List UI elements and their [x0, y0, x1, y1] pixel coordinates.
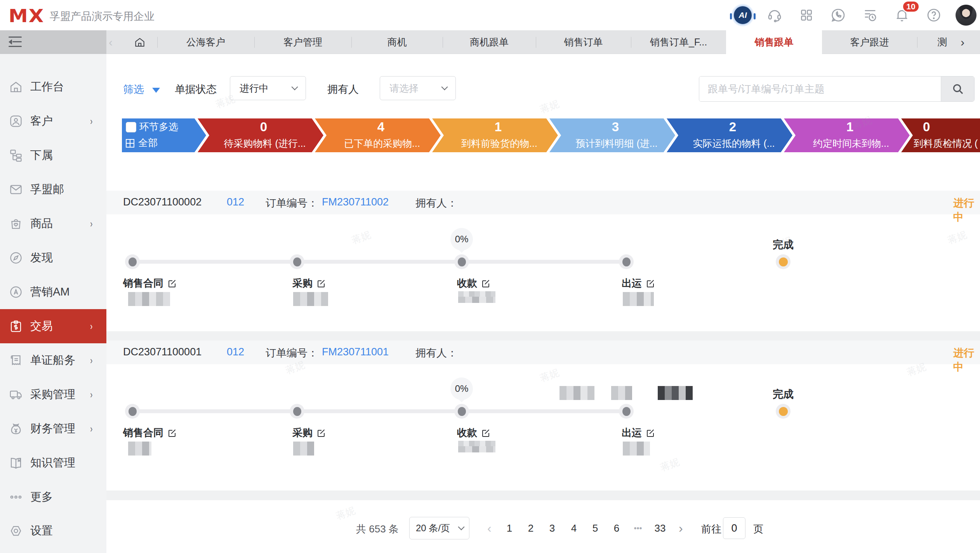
redacted-text	[293, 442, 314, 456]
order-code: DC23071100001	[123, 346, 202, 358]
redacted-text	[623, 292, 654, 306]
sidebar-item-subordinates[interactable]: 下属	[0, 138, 106, 172]
tab-customer-follow[interactable]: 客户跟进	[822, 30, 917, 54]
tab-public-customers[interactable]: 公海客户	[157, 30, 254, 54]
tab-opportunities[interactable]: 商机	[351, 30, 443, 54]
money-bag-icon	[9, 421, 23, 436]
status-select[interactable]: 进行中	[230, 76, 306, 100]
step-node-done[interactable]	[776, 404, 791, 419]
whatsapp-icon[interactable]	[828, 5, 848, 25]
sidebar-item-customers[interactable]: 客户 ›	[0, 104, 106, 138]
step-label-purchase[interactable]: 采购	[292, 426, 326, 440]
order-badge[interactable]: 012	[227, 196, 244, 208]
step-node-shipment[interactable]	[619, 404, 634, 419]
step-label-sales-contract[interactable]: 销售合同	[123, 426, 177, 440]
page-button-last[interactable]: 33	[652, 517, 669, 539]
page-button-2[interactable]: 2	[522, 517, 539, 539]
tabs-scroll-left-icon[interactable]: ‹	[109, 30, 113, 54]
goto-page-input[interactable]	[723, 517, 745, 539]
step-label-payment[interactable]: 收款	[457, 276, 490, 290]
step-label-payment[interactable]: 收款	[457, 426, 490, 440]
next-page-button[interactable]: ›	[679, 517, 683, 539]
notification-badge: 10	[902, 0, 920, 13]
tab-home[interactable]	[122, 30, 157, 54]
page-button-5[interactable]: 5	[587, 517, 604, 539]
watermark: 蒋妮	[334, 504, 357, 522]
tab-opportunity-follow[interactable]: 商机跟单	[443, 30, 536, 54]
help-icon[interactable]	[924, 5, 944, 25]
step-node-purchase[interactable]	[290, 404, 304, 419]
page-button-6[interactable]: 6	[608, 517, 625, 539]
stage-all-row[interactable]: 全部	[126, 136, 178, 149]
stage-overdue-materials[interactable]: 1 约定时间未到物...	[782, 117, 911, 153]
filter-toggle[interactable]: 筛选	[123, 82, 144, 96]
page-button-3[interactable]: 3	[544, 517, 561, 539]
search-input[interactable]	[699, 77, 941, 101]
sidebar-item-mail[interactable]: 孚盟邮	[0, 172, 106, 207]
step-label-sales-contract[interactable]: 销售合同	[123, 276, 177, 290]
step-node-sales-contract[interactable]	[125, 254, 140, 269]
tab-test[interactable]: 测	[917, 30, 968, 54]
stage-actually-arrived[interactable]: 2 实际运抵的物料 (...	[665, 117, 794, 153]
multiselect-checkbox[interactable]	[126, 122, 136, 132]
search-button[interactable]	[941, 77, 974, 101]
stage-multiselect-row[interactable]: 环节多选	[126, 120, 178, 133]
goto-unit-label: 页	[753, 522, 763, 536]
order-no-link[interactable]: FM230711001	[322, 346, 389, 358]
sidebar-item-marketing-am[interactable]: 营销AM	[0, 275, 106, 309]
sidebar-item-products[interactable]: 商品 ›	[0, 207, 106, 241]
edit-icon	[316, 279, 326, 288]
prev-page-button[interactable]: ‹	[487, 517, 492, 539]
sidebar-item-knowledge[interactable]: 知识管理	[0, 446, 106, 480]
page-button-1[interactable]: 1	[501, 517, 518, 539]
task-schedule-icon[interactable]	[860, 5, 880, 25]
tabs-scroll-right-icon[interactable]: ›	[961, 30, 964, 54]
order-no-link[interactable]: FM230711002	[322, 196, 389, 208]
stage-expected-arrival[interactable]: 3 预计到料明细 (进...	[548, 117, 677, 153]
sidebar-collapse-icon[interactable]	[9, 37, 22, 47]
step-node-done[interactable]	[776, 254, 791, 269]
stage-quality-check[interactable]: 0 到料质检情况 (	[900, 117, 980, 153]
step-node-sales-contract[interactable]	[125, 404, 140, 419]
headset-support-icon[interactable]	[765, 5, 785, 25]
sidebar-item-trade[interactable]: 交易 ›	[0, 309, 106, 343]
stage-all[interactable]: 环节多选 全部	[120, 117, 208, 153]
step-node-purchase[interactable]	[290, 254, 304, 269]
step-label-shipment[interactable]: 出运	[622, 426, 655, 440]
tab-customer-mgmt[interactable]: 客户管理	[254, 30, 351, 54]
step-label-purchase[interactable]: 采购	[292, 276, 326, 290]
notification-bell-icon[interactable]: 10	[892, 5, 912, 25]
chevron-right-icon: ›	[90, 423, 93, 435]
sidebar-item-workbench[interactable]: 工作台	[0, 70, 106, 104]
sidebar-item-more[interactable]: 更多	[0, 480, 106, 514]
stage-pre-arrival-inspection[interactable]: 1 到料前验货的物...	[431, 117, 560, 153]
apps-grid-icon[interactable]	[796, 5, 817, 25]
step-node-payment[interactable]	[454, 404, 469, 419]
pagination-total: 共 653 条	[356, 522, 399, 536]
owner-select[interactable]: 请选择	[380, 76, 456, 100]
sidebar-item-finance[interactable]: 财务管理 ›	[0, 412, 106, 446]
page-button-4[interactable]: 4	[565, 517, 582, 539]
sidebar-item-settings[interactable]: 设置	[0, 514, 106, 548]
stage-pending-purchase[interactable]: 0 待采购物料 (进行...	[196, 117, 325, 153]
chevron-right-icon: ›	[90, 320, 93, 332]
redacted-text	[458, 441, 495, 446]
gear-icon	[9, 523, 23, 538]
page-ellipsis[interactable]: •••	[629, 517, 646, 539]
tab-sales-orders[interactable]: 销售订单	[536, 30, 631, 54]
sidebar-item-discover[interactable]: 发现	[0, 241, 106, 275]
order-badge[interactable]: 012	[227, 346, 244, 358]
sidebar-item-procurement[interactable]: 采购管理 ›	[0, 377, 106, 412]
stage-ordered-materials[interactable]: 4 已下单的采购物...	[313, 117, 442, 153]
page-size-select[interactable]: 20 条/页	[409, 517, 469, 539]
sidebar-item-shipping-docs[interactable]: 单证船务 ›	[0, 343, 106, 377]
order-card-header[interactable]: DC23071100002 012 订单编号： FM230711002 拥有人：…	[106, 191, 980, 214]
step-node-shipment[interactable]	[619, 254, 634, 269]
user-avatar[interactable]	[956, 5, 977, 26]
tab-sales-orders-f[interactable]: 销售订单_F...	[631, 30, 726, 54]
step-label-shipment[interactable]: 出运	[622, 276, 655, 290]
ai-assistant-icon[interactable]: AI	[733, 5, 753, 25]
step-node-payment[interactable]	[454, 254, 469, 269]
order-card-header[interactable]: DC23071100001 012 订单编号： FM230711001 拥有人：…	[106, 341, 980, 364]
tab-sales-follow-active[interactable]: 销售跟单	[726, 30, 822, 54]
